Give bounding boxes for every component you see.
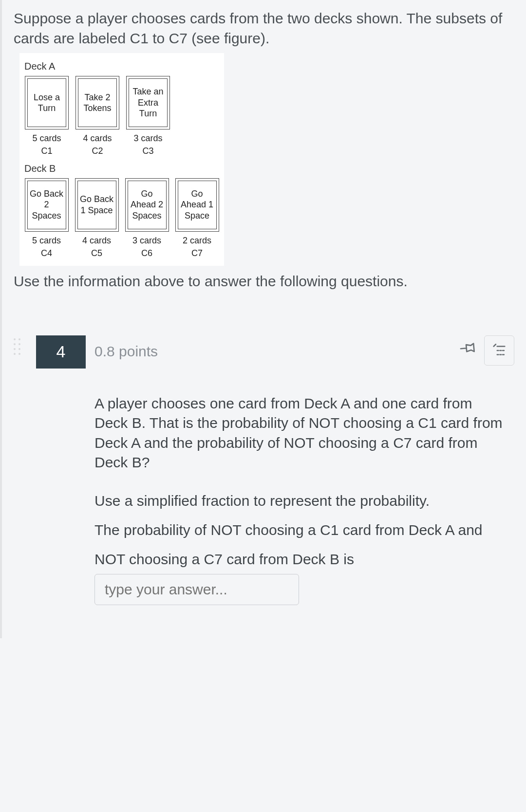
answer-lead-text: The probability of NOT choosing a C1 car… bbox=[94, 522, 483, 567]
card: Go Back 2 Spaces bbox=[25, 178, 69, 232]
card-text: Go Back 1 Space bbox=[77, 181, 116, 229]
card-slot: Go Back 1 Space 4 cards C5 bbox=[74, 178, 120, 259]
card: Lose a Turn bbox=[25, 76, 69, 129]
card-count: 5 cards bbox=[32, 235, 61, 246]
card-slot: Take an Extra Turn 3 cards C3 bbox=[125, 76, 171, 157]
question-instruction: Use a simplified fraction to represent t… bbox=[94, 493, 430, 509]
card-count: 4 cards bbox=[82, 235, 111, 246]
question-points: 0.8 points bbox=[94, 342, 158, 362]
card-count: 4 cards bbox=[83, 132, 112, 144]
card: Go Ahead 2 Spaces bbox=[125, 178, 169, 232]
card-count: 2 cards bbox=[183, 235, 211, 246]
deck-b-label: Deck B bbox=[24, 162, 219, 175]
question-number-badge: 4 bbox=[36, 335, 86, 369]
card-slot: Lose a Turn 5 cards C1 bbox=[23, 76, 70, 157]
card-slot: Go Ahead 2 Spaces 3 cards C6 bbox=[124, 178, 170, 259]
card-code: C4 bbox=[41, 247, 52, 259]
card-text: Lose a Turn bbox=[27, 78, 66, 127]
card-text: Go Ahead 1 Space bbox=[178, 181, 217, 229]
card-code: C2 bbox=[92, 145, 103, 157]
card-code: C1 bbox=[41, 145, 52, 157]
card: Go Back 1 Space bbox=[75, 178, 119, 232]
card-text: Take an Extra Turn bbox=[129, 78, 168, 127]
question-prompt: A player chooses one card from Deck A an… bbox=[94, 394, 509, 473]
card-count: 3 cards bbox=[132, 235, 161, 246]
grading-policy-button[interactable] bbox=[484, 335, 514, 366]
context-intro: Suppose a player chooses cards from the … bbox=[14, 9, 514, 48]
question-header: 4 0.8 points bbox=[14, 335, 514, 369]
card-slot: Go Ahead 1 Space 2 cards C7 bbox=[174, 178, 220, 259]
card-text: Take 2 Tokens bbox=[78, 78, 117, 127]
question-body: A player chooses one card from Deck A an… bbox=[94, 394, 509, 605]
deck-b-row: Go Back 2 Spaces 5 cards C4 Go Back 1 Sp… bbox=[23, 178, 220, 259]
card-text: Go Ahead 2 Spaces bbox=[128, 181, 167, 229]
drag-handle-icon[interactable] bbox=[14, 338, 22, 355]
answer-input[interactable] bbox=[94, 574, 299, 605]
card-slot: Take 2 Tokens 4 cards C2 bbox=[74, 76, 121, 157]
pin-icon[interactable] bbox=[458, 338, 477, 363]
decks-figure: Deck A Lose a Turn 5 cards C1 Take 2 Tok… bbox=[19, 53, 224, 266]
card-count: 5 cards bbox=[32, 132, 61, 144]
card-text: Go Back 2 Spaces bbox=[27, 181, 66, 229]
context-followup: Use the information above to answer the … bbox=[14, 272, 514, 292]
card-code: C7 bbox=[191, 247, 203, 259]
card: Go Ahead 1 Space bbox=[175, 178, 219, 232]
card-code: C3 bbox=[142, 145, 153, 157]
deck-a-label: Deck A bbox=[24, 60, 219, 73]
card: Take an Extra Turn bbox=[126, 76, 170, 129]
card-slot: Go Back 2 Spaces 5 cards C4 bbox=[23, 178, 70, 259]
card: Take 2 Tokens bbox=[75, 76, 119, 129]
deck-a-row: Lose a Turn 5 cards C1 Take 2 Tokens 4 c… bbox=[23, 76, 220, 157]
card-code: C5 bbox=[91, 247, 102, 259]
card-count: 3 cards bbox=[133, 132, 162, 144]
card-code: C6 bbox=[141, 247, 152, 259]
